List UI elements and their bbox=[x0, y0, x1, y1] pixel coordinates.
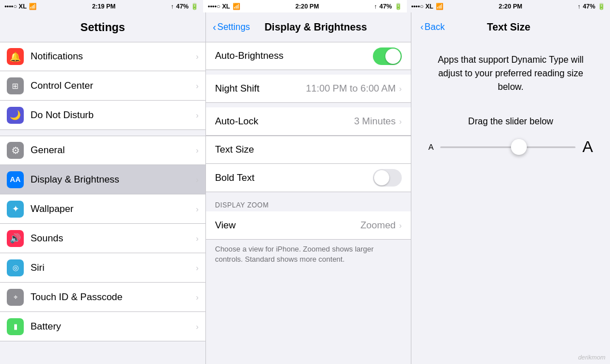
sounds-chevron: › bbox=[196, 234, 199, 243]
bold-text-toggle[interactable] bbox=[373, 169, 402, 187]
sidebar-item-notifications[interactable]: 🔔 Notifications › bbox=[0, 42, 205, 71]
touch-id-icon: ⌖ bbox=[7, 289, 24, 306]
sidebar-item-do-not-disturb[interactable]: 🌙 Do Not Disturb › bbox=[0, 101, 205, 130]
text-size-item[interactable]: Text Size bbox=[206, 136, 411, 164]
settings-header: Settings bbox=[0, 12, 205, 42]
notifications-icon: 🔔 bbox=[7, 48, 24, 65]
back-to-settings-button[interactable]: ‹ Settings bbox=[213, 21, 250, 33]
battery-icon-middle: 🔋 bbox=[394, 3, 402, 10]
do-not-disturb-icon: 🌙 bbox=[7, 107, 24, 124]
sounds-icon: 🔊 bbox=[7, 230, 24, 247]
back-to-display-button[interactable]: ‹ Back bbox=[420, 22, 445, 32]
auto-brightness-toggle[interactable] bbox=[373, 47, 402, 65]
auto-brightness-label: Auto-Brightness bbox=[215, 50, 373, 62]
battery-pct-left: 47% bbox=[176, 3, 188, 10]
watermark: derikmom bbox=[578, 354, 605, 361]
settings-title: Settings bbox=[80, 21, 125, 34]
slider-large-a: A bbox=[582, 138, 593, 156]
sidebar-item-siri[interactable]: ◎ Siri › bbox=[0, 253, 205, 283]
battery-icon-left: 🔋 bbox=[191, 3, 199, 10]
time-left: 2:19 PM bbox=[92, 3, 116, 10]
sidebar-item-display-brightness[interactable]: AA Display & Brightness › bbox=[0, 165, 205, 194]
control-center-icon: ⊞ bbox=[7, 77, 24, 94]
notifications-chevron: › bbox=[196, 52, 199, 61]
general-icon: ⚙ bbox=[7, 142, 24, 159]
display-brightness-label: Display & Brightness bbox=[31, 174, 196, 185]
display-brightness-list: Auto-Brightness Night Shift 11:00 PM to … bbox=[206, 42, 411, 364]
night-shift-label: Night Shift bbox=[215, 83, 306, 94]
touch-id-label: Touch ID & Passcode bbox=[31, 292, 196, 303]
slider-instruction: Drag the slider below bbox=[428, 116, 593, 127]
display-brightness-title: Display & Brightness bbox=[250, 21, 381, 33]
bold-text-label: Bold Text bbox=[215, 172, 373, 184]
signal-right: ••••○ XL bbox=[411, 3, 433, 10]
auto-brightness-item[interactable]: Auto-Brightness bbox=[206, 42, 411, 70]
auto-lock-chevron: › bbox=[399, 117, 402, 126]
back-chevron-icon: ‹ bbox=[213, 21, 216, 33]
view-value: Zoomed bbox=[360, 220, 396, 231]
settings-group-2: ⚙ General › AA Display & Brightness › ✦ bbox=[0, 136, 205, 341]
status-bar-right: ••••○ XL 📶 2:20 PM ↑ 47% 🔋 bbox=[407, 0, 610, 12]
notifications-label: Notifications bbox=[31, 51, 196, 62]
sounds-label: Sounds bbox=[31, 233, 196, 244]
siri-chevron: › bbox=[196, 263, 199, 272]
do-not-disturb-chevron: › bbox=[196, 111, 199, 120]
sidebar-item-touch-id[interactable]: ⌖ Touch ID & Passcode › bbox=[0, 283, 205, 312]
time-right: 2:20 PM bbox=[499, 3, 522, 10]
settings-panel: Settings 🔔 Notifications › ⊞ Control Cen… bbox=[0, 12, 205, 364]
settings-group-1: 🔔 Notifications › ⊞ Control Center › 🌙 D… bbox=[0, 42, 205, 130]
night-shift-item[interactable]: Night Shift 11:00 PM to 6:00 AM › bbox=[206, 75, 411, 103]
battery-chevron: › bbox=[196, 322, 199, 331]
night-shift-chevron: › bbox=[399, 84, 402, 93]
text-size-description: Apps that support Dynamic Type will adju… bbox=[428, 53, 593, 94]
wallpaper-label: Wallpaper bbox=[31, 203, 196, 215]
siri-label: Siri bbox=[31, 262, 196, 274]
wallpaper-icon: ✦ bbox=[7, 201, 24, 218]
location-left: ↑ bbox=[171, 3, 174, 10]
bold-text-item[interactable]: Bold Text bbox=[206, 164, 411, 192]
bold-text-thumb bbox=[374, 170, 389, 185]
text-size-slider-track[interactable] bbox=[440, 146, 575, 148]
wifi-left: 📶 bbox=[29, 3, 37, 10]
sidebar-item-control-center[interactable]: ⊞ Control Center › bbox=[0, 71, 205, 101]
control-center-label: Control Center bbox=[31, 80, 196, 92]
view-label: View bbox=[215, 220, 360, 231]
sidebar-item-general[interactable]: ⚙ General › bbox=[0, 136, 205, 165]
sidebar-item-battery[interactable]: ▮ Battery › bbox=[0, 312, 205, 341]
wifi-middle: 📶 bbox=[233, 3, 240, 10]
display-brightness-chevron: › bbox=[196, 175, 199, 184]
battery-icon-right: 🔋 bbox=[598, 3, 605, 10]
display-brightness-header: ‹ Settings Display & Brightness bbox=[206, 12, 411, 42]
display-brightness-icon: AA bbox=[7, 171, 24, 188]
back-icon: ‹ bbox=[420, 22, 423, 32]
do-not-disturb-label: Do Not Disturb bbox=[31, 110, 196, 121]
text-size-slider-thumb[interactable] bbox=[511, 139, 527, 155]
general-label: General bbox=[31, 145, 196, 156]
status-bar-left: ••••○ XL 📶 2:19 PM ↑ 47% 🔋 bbox=[0, 0, 203, 12]
settings-list: 🔔 Notifications › ⊞ Control Center › 🌙 D… bbox=[0, 42, 205, 364]
signal-middle: ••••○ XL bbox=[208, 3, 230, 10]
battery-label: Battery bbox=[31, 321, 196, 332]
slider-small-a: A bbox=[428, 142, 433, 151]
time-middle: 2:20 PM bbox=[295, 3, 319, 10]
location-right: ↑ bbox=[577, 3, 581, 10]
sidebar-item-wallpaper[interactable]: ✦ Wallpaper › bbox=[0, 194, 205, 224]
touch-id-chevron: › bbox=[196, 293, 199, 302]
control-center-chevron: › bbox=[196, 81, 199, 90]
auto-lock-item[interactable]: Auto-Lock 3 Minutes › bbox=[206, 107, 411, 136]
wifi-right: 📶 bbox=[436, 3, 444, 10]
text-size-title: Text Size bbox=[487, 21, 531, 33]
status-bar-middle: ••••○ XL 📶 2:20 PM ↑ 47% 🔋 bbox=[203, 0, 406, 12]
text-size-content: Apps that support Dynamic Type will adju… bbox=[411, 42, 610, 364]
battery-pct-middle: 47% bbox=[380, 3, 392, 10]
auto-brightness-thumb bbox=[385, 49, 401, 64]
location-middle: ↑ bbox=[374, 3, 377, 10]
general-chevron: › bbox=[196, 146, 199, 155]
auto-lock-value: 3 Minutes bbox=[354, 116, 396, 127]
view-item[interactable]: View Zoomed › bbox=[206, 211, 411, 240]
siri-icon: ◎ bbox=[7, 259, 24, 276]
view-description: Choose a view for iPhone. Zoomed shows l… bbox=[206, 240, 411, 271]
display-brightness-panel: ‹ Settings Display & Brightness Auto-Bri… bbox=[205, 12, 411, 364]
sidebar-item-sounds[interactable]: 🔊 Sounds › bbox=[0, 224, 205, 253]
battery-icon: ▮ bbox=[7, 318, 24, 335]
